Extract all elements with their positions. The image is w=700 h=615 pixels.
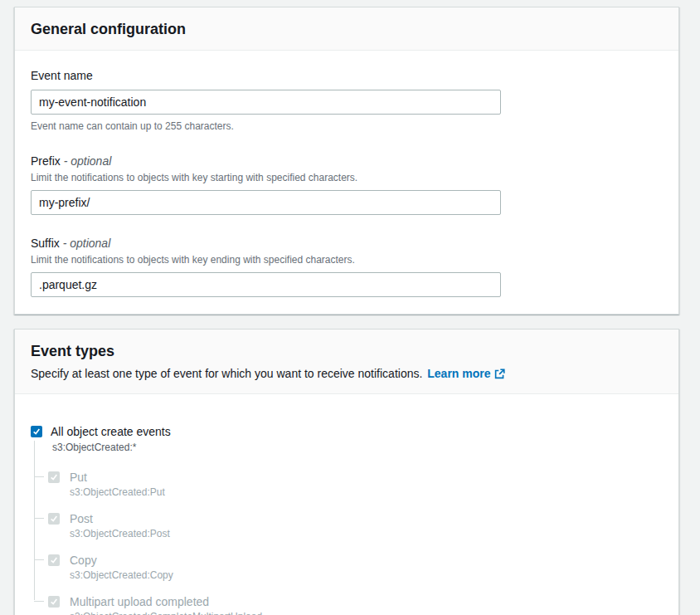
event-name-field-group: Event name Event name can contain up to … [31,67,662,133]
prefix-description: Limit the notifications to objects with … [31,171,662,184]
event-type-child-code: s3:ObjectCreated:Put [70,486,662,499]
general-configuration-header: General configuration [15,7,678,51]
page: General configuration Event name Event n… [0,0,700,615]
event-type-child-label: Post [70,511,93,526]
prefix-label: Prefix - optional [31,153,662,169]
general-configuration-body: Event name Event name can contain up to … [15,51,678,314]
event-types-header: Event types Specify at least one type of… [15,329,678,394]
event-name-helper-text: Event name can contain up to 255 charact… [31,120,662,133]
event-type-child-row: Post [31,511,662,526]
event-type-child-code: s3:ObjectCreated:Post [70,528,662,540]
event-type-child-item: Copy s3:ObjectCreated:Copy [31,553,662,582]
event-types-panel: Event types Specify at least one type of… [14,329,679,615]
prefix-optional-flag: - optional [64,154,112,168]
suffix-field-group: Suffix - optional Limit the notification… [31,235,662,297]
all-object-create-events-row: All object create events [31,424,662,439]
event-type-child-row: Put [31,470,662,485]
event-types-description: Specify at least one type of event for w… [31,365,662,382]
event-type-child-item: Put s3:ObjectCreated:Put [31,470,662,499]
panel-title-general-configuration: General configuration [31,20,662,38]
prefix-input[interactable] [31,190,501,215]
checkbox-checked-disabled-icon [48,596,60,608]
suffix-label: Suffix - optional [31,235,662,251]
checkbox-checked-disabled-icon [48,513,60,525]
suffix-input[interactable] [31,272,501,297]
event-type-child-label: Multipart upload completed [70,594,209,609]
checkbox-checked-disabled-icon [48,554,60,566]
event-types-tree: All object create events s3:ObjectCreate… [31,424,662,615]
learn-more-link[interactable]: Learn more [427,367,490,380]
event-type-child-row: Multipart upload completed [31,594,662,609]
event-type-child-label: Copy [70,553,97,568]
checkbox-checked-icon[interactable] [31,426,42,437]
event-type-child-row: Copy [31,553,662,568]
event-type-children: Put s3:ObjectCreated:Put [31,470,662,615]
general-configuration-panel: General configuration Event name Event n… [14,7,679,315]
all-object-create-events-code: s3:ObjectCreated:* [52,442,662,454]
event-types-body: All object create events s3:ObjectCreate… [15,394,678,615]
prefix-field-group: Prefix - optional Limit the notification… [31,153,662,215]
event-name-input[interactable] [31,90,501,115]
event-type-child-code: s3:ObjectCreated:Copy [70,569,662,582]
checkbox-checked-disabled-icon [48,471,60,483]
event-type-child-label: Put [70,470,87,485]
event-type-child-item: Multipart upload completed s3:ObjectCrea… [31,594,662,615]
event-type-child-code: s3:ObjectCreated:CompleteMultipartUpload [70,611,662,615]
suffix-description: Limit the notifications to objects with … [31,253,662,266]
all-object-create-events-label: All object create events [51,424,171,439]
panel-title-event-types: Event types [31,342,662,360]
external-link-icon [494,369,505,379]
suffix-optional-flag: - optional [63,237,111,250]
event-name-label: Event name [31,67,662,84]
event-type-child-item: Post s3:ObjectCreated:Post [31,511,662,540]
